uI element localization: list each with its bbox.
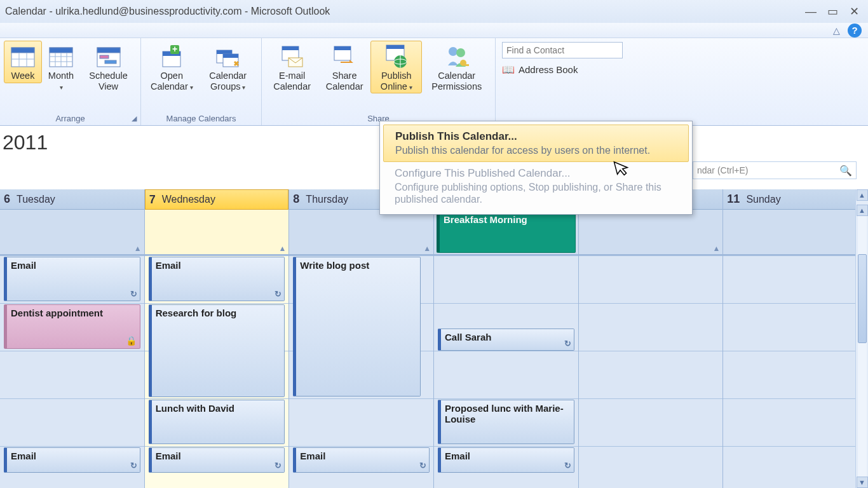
svg-rect-37 [465,64,469,66]
calendar-permissions-button[interactable]: Calendar Permissions [422,41,491,93]
svg-text:+: + [172,44,177,54]
recurrence-icon: ↻ [130,461,137,470]
email-calendar-icon [280,44,305,69]
ribbon: Week Month Schedule View Arrange◢ + [0,38,868,126]
ribbon-find-panel: Find a Contact 📖 Address Book [496,38,629,125]
appointment-email[interactable]: Email↻ [438,447,574,473]
scroll-up-icon[interactable]: ▲ [857,205,868,216]
lock-icon: 🔒 [126,336,137,346]
allday-area[interactable]: ▲ [289,210,433,255]
menu-item-configure-published-calendar: Configure This Published Calendar... Con… [383,162,689,210]
calendar-week-grid: 6 Tuesday ▲ Email↻ Dentist appointment🔒 … [0,189,868,488]
day-column-friday[interactable]: 9 Breakfast Morning Call Sarah↻ Proposed… [434,189,579,488]
share-calendar-button[interactable]: Share Calendar [318,41,370,93]
menu-item-publish-this-calendar[interactable]: Publish This Calendar... Publish this ca… [383,125,689,162]
window-title: Calendar - ulrika.hedlund@businessproduc… [5,6,798,17]
collapse-icon[interactable]: ▲ [134,244,142,253]
day-column-sunday[interactable]: 11 Sunday ▲ [723,189,868,488]
appointment-dentist[interactable]: Dentist appointment🔒 [4,304,140,349]
help-icon[interactable]: ? [848,24,862,37]
day-column-thursday[interactable]: 8 Thursday ▲ Write blog post Email↻ [289,189,434,488]
arrange-expander-icon[interactable]: ◢ [132,114,137,123]
address-book-button[interactable]: 📖 Address Book [502,64,623,76]
scroll-down-icon[interactable]: ▼ [857,477,868,488]
recurrence-icon: ↻ [564,339,571,348]
collapse-icon[interactable]: ▲ [423,244,431,253]
allday-area[interactable]: Breakfast Morning [434,210,578,255]
ribbon-header: △ ? [0,23,868,38]
svg-rect-25 [282,46,299,50]
svg-rect-15 [105,60,116,64]
allday-area[interactable]: ▲ [0,210,144,255]
appointment-email[interactable]: Email↻ [149,447,285,473]
appointment-email[interactable]: Email↻ [293,447,430,473]
maximize-button[interactable]: ▭ [824,4,841,18]
calendar-groups-icon [215,44,241,69]
group-label-manage: Manage Calendars [141,111,261,125]
calendar-groups-button[interactable]: Calendar Groups [198,41,257,93]
week-button[interactable]: Week [4,41,42,83]
open-calendar-button[interactable]: + Open Calendar [145,41,198,93]
appointment-lunch-david[interactable]: Lunch with David [149,400,285,444]
group-label-arrange: Arrange [55,114,85,123]
day-header[interactable]: 7 Wednesday [145,189,289,210]
recurrence-icon: ↻ [275,289,281,299]
search-calendar-input[interactable]: ndar (Ctrl+E) 🔍 [693,161,857,179]
minimize-button[interactable]: — [802,4,820,18]
appointment-call-sarah[interactable]: Call Sarah↻ [438,329,574,351]
svg-rect-6 [50,48,72,53]
allday-area[interactable]: ▲ [145,210,289,255]
close-button[interactable]: ✕ [845,4,863,18]
scroll-thumb[interactable] [858,254,867,343]
recurrence-icon: ↻ [564,461,571,470]
scroll-track[interactable] [858,216,867,477]
find-contact-input[interactable]: Find a Contact [502,42,623,58]
share-calendar-icon [332,44,357,69]
address-book-icon: 📖 [502,64,515,76]
calendar-permissions-icon [444,44,470,69]
recurrence-icon: ↻ [419,461,426,470]
appointment-proposed-lunch[interactable]: Proposed lunc with Marie-Louise [438,400,574,444]
day-header[interactable]: 11 Sunday [723,189,867,210]
publish-online-button[interactable]: Publish Online [370,41,423,93]
day-header[interactable]: 6 Tuesday [0,189,144,210]
day-column-saturday[interactable]: ▲ [579,189,724,488]
svg-point-35 [456,48,465,57]
ribbon-minimize-icon[interactable]: △ [833,25,840,36]
appointment-email[interactable]: Email↻ [4,447,140,473]
calendar-schedule-icon [96,44,121,69]
day-column-wednesday[interactable]: 7 Wednesday ▲ Email↻ Research for blog L… [145,189,290,488]
calendar-week-icon [10,44,36,69]
day-column-tuesday[interactable]: 6 Tuesday ▲ Email↻ Dentist appointment🔒 … [0,189,145,488]
ribbon-group-manage: + Open Calendar Calendar Groups Manage C… [141,38,262,125]
collapse-icon[interactable]: ▲ [712,244,720,253]
appointment-email[interactable]: Email↻ [4,257,140,301]
scroll-up-icon[interactable]: ▲ [857,189,868,201]
collapse-icon[interactable]: ▲ [278,244,286,253]
appointment-email[interactable]: Email↻ [149,257,285,301]
svg-rect-30 [386,45,404,49]
calendar-month-icon [48,44,74,69]
appointment-research[interactable]: Research for blog [149,304,285,397]
allday-area[interactable]: ▲ [723,210,867,255]
recurrence-icon: ↻ [130,289,137,299]
title-bar: Calendar - ulrika.hedlund@businessproduc… [0,0,868,23]
svg-rect-1 [11,48,34,53]
publish-online-dropdown: Publish This Calendar... Publish this ca… [379,121,693,215]
svg-rect-13 [97,48,120,53]
svg-rect-21 [217,50,232,54]
email-calendar-button[interactable]: E-mail Calendar [266,41,318,93]
recurrence-icon: ↻ [275,461,281,470]
ribbon-group-arrange: Week Month Schedule View Arrange◢ [0,38,141,125]
svg-rect-28 [334,46,351,50]
schedule-view-button[interactable]: Schedule View [80,41,137,93]
ribbon-group-share: E-mail Calendar Share Calendar Publish O… [262,38,496,125]
search-icon: 🔍 [839,165,852,177]
allday-area[interactable]: ▲ [579,210,723,255]
vertical-scrollbar[interactable]: ▲ ▲ ▼ [855,189,868,488]
appointment-write-blog[interactable]: Write blog post [293,257,421,396]
open-calendar-icon: + [159,44,184,69]
svg-rect-14 [100,55,109,58]
month-button[interactable]: Month [42,41,80,93]
svg-rect-23 [223,54,238,58]
